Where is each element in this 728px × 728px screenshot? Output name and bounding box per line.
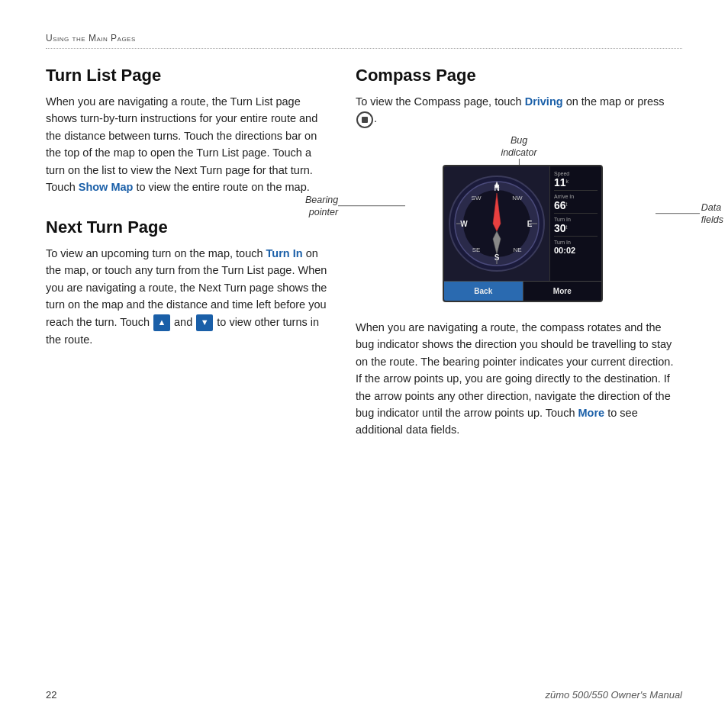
- compass-body-text1: When you are navigating a route, the com…: [356, 321, 673, 419]
- compass-main-area: N S E W NW NE SW SE: [444, 166, 601, 281]
- next-turn-body: To view an upcoming turn on the map, tou…: [46, 245, 328, 349]
- compass-title: Compass Page: [356, 66, 682, 85]
- compass-section: Compass Page To view the Compass page, t…: [356, 66, 682, 439]
- compass-device: N S E W NW NE SW SE: [443, 165, 603, 302]
- compass-intro-text1: To view the Compass page, touch: [356, 95, 525, 108]
- turn1-field: Turn In 30t: [554, 215, 598, 237]
- show-map-link[interactable]: Show Map: [79, 181, 134, 193]
- turn-list-body: When you are navigating a route, the Tur…: [46, 93, 328, 196]
- compass-body-text: When you are navigating a route, the com…: [356, 319, 682, 439]
- data-fields-label: Data fields: [701, 201, 723, 227]
- page-button-inner: [362, 117, 368, 123]
- compass-image-container: Bug indicator Bearing pointer: [356, 142, 682, 302]
- arrive-unit: t: [566, 201, 568, 207]
- page-header: Using the Main Pages: [46, 31, 682, 49]
- bearing-pointer-label: Bearing pointer: [305, 193, 338, 218]
- compass-dial-area: N S E W NW NE SW SE: [444, 166, 549, 281]
- content-columns: Turn List Page When you are navigating a…: [46, 66, 682, 453]
- driving-link[interactable]: Driving: [525, 95, 563, 108]
- compass-intro-text2: on the map or press: [563, 95, 665, 108]
- svg-text:NE: NE: [513, 246, 521, 253]
- speed-value-row: 11k: [554, 177, 598, 188]
- turn1-value-row: 30t: [554, 223, 598, 234]
- header-text: Using the Main Pages: [46, 33, 136, 43]
- compass-data-fields: Speed 11k Arrive In: [549, 166, 601, 281]
- compass-dial-svg: N S E W NW NE SW SE: [447, 174, 546, 273]
- speed-value: 11: [554, 176, 566, 188]
- more-link[interactable]: More: [578, 407, 605, 419]
- compass-more-button[interactable]: More: [523, 282, 602, 301]
- bug-indicator-label: Bug indicator: [501, 134, 536, 159]
- speed-field: Speed 11k: [554, 169, 598, 191]
- next-turn-text1: To view an upcoming turn on the map, tou…: [46, 247, 266, 259]
- right-column: Compass Page To view the Compass page, t…: [356, 66, 682, 453]
- arrive-field: Arrive In 66t: [554, 192, 598, 214]
- compass-bottom-bar: Back More: [444, 281, 601, 301]
- compass-with-labels: Bug indicator Bearing pointer: [374, 142, 664, 302]
- compass-intro: To view the Compass page, touch Driving …: [356, 93, 682, 128]
- page: Using the Main Pages Turn List Page When…: [0, 0, 728, 728]
- svg-text:SE: SE: [472, 246, 481, 253]
- and-text: and: [171, 316, 195, 328]
- bearing-arrow-line: [338, 205, 407, 207]
- compass-back-button[interactable]: Back: [444, 282, 523, 301]
- arrive-value-row: 66t: [554, 200, 598, 211]
- turn2-value: 00:02: [554, 246, 598, 255]
- turn-list-text2: to view the entire route on the map.: [133, 181, 309, 193]
- turn-list-section: Turn List Page When you are navigating a…: [46, 66, 328, 196]
- down-button-icon[interactable]: ▼: [196, 314, 213, 331]
- turn-in-link[interactable]: Turn In: [266, 247, 303, 259]
- next-turn-title: Next Turn Page: [46, 217, 328, 237]
- turn2-field: Turn In 00:02: [554, 238, 598, 256]
- manual-title: zūmo 500/550 Owner's Manual: [545, 689, 682, 701]
- next-turn-section: Next Turn Page To view an upcoming turn …: [46, 217, 328, 349]
- page-footer: 22 zūmo 500/550 Owner's Manual: [46, 689, 682, 701]
- compass-screen: N S E W NW NE SW SE: [444, 166, 601, 301]
- turn-list-text1: When you are navigating a route, the Tur…: [46, 95, 317, 193]
- turn-list-title: Turn List Page: [46, 66, 328, 85]
- turn1-value: 30: [554, 222, 566, 234]
- page-button-icon: [356, 111, 373, 128]
- speed-unit: k: [566, 179, 569, 184]
- left-column: Turn List Page When you are navigating a…: [46, 66, 328, 453]
- svg-text:NW: NW: [512, 195, 523, 201]
- svg-text:SW: SW: [472, 195, 482, 201]
- data-arrow-line: [656, 213, 701, 214]
- page-number: 22: [46, 689, 56, 701]
- arrive-value: 66: [554, 199, 566, 211]
- turn1-unit: t: [566, 224, 568, 230]
- up-button-icon[interactable]: ▲: [153, 314, 170, 331]
- compass-intro-text3: .: [374, 112, 377, 124]
